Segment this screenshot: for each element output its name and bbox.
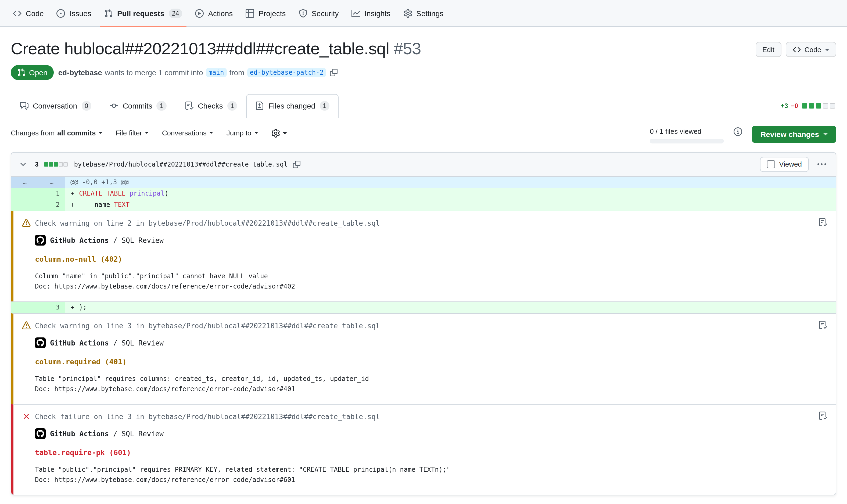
edit-button-label: Edit [762, 46, 774, 53]
nav-item-issues[interactable]: Issues [52, 0, 96, 26]
diffstat-square [816, 103, 821, 109]
head-branch-link[interactable]: ed-bytebase-patch-2 [247, 68, 326, 77]
conversations-label: Conversations [162, 129, 206, 137]
expand-diff-button[interactable]: … [38, 177, 65, 188]
nav-item-code[interactable]: Code [8, 0, 48, 26]
commit-icon [110, 102, 118, 110]
view-check-run-button[interactable] [818, 412, 827, 420]
diffstat: +3 −0 [781, 102, 836, 110]
annotation-header: Check warning on line 3 in bytebase/Prod… [22, 321, 827, 330]
tab-files-changed[interactable]: Files changed 1 [247, 94, 339, 118]
review-changes-button[interactable]: Review changes [752, 126, 836, 143]
file-options-kebab-button[interactable] [815, 158, 828, 171]
check-context: / SQL Review [113, 428, 164, 439]
annotation-header-text: Check failure on line 3 in bytebase/Prod… [35, 412, 380, 421]
check-doc-link: Doc: https://www.bytebase.com/docs/refer… [35, 475, 827, 485]
tab-label: Checks [198, 102, 223, 110]
addition-sign: + [70, 199, 79, 211]
file-diffstat-squares [44, 162, 68, 166]
tab-commits[interactable]: Commits 1 [101, 94, 176, 118]
check-app-name: GitHub Actions [50, 428, 109, 439]
addition-sign: + [70, 302, 79, 313]
annotation-header: Check warning on line 2 in bytebase/Prod… [22, 219, 827, 228]
code-text: name [79, 201, 114, 209]
info-icon [734, 127, 742, 136]
code-text: ( [164, 190, 168, 197]
check-annotation-warning-line-2: Check warning on line 2 in bytebase/Prod… [11, 211, 836, 302]
nav-label: Actions [208, 9, 233, 17]
github-mark-icon [37, 339, 44, 347]
viewed-toggle-button[interactable]: Viewed [760, 157, 809, 172]
changes-from-dropdown[interactable]: Changes from all commits [11, 129, 103, 137]
copy-file-path-button[interactable] [293, 161, 301, 168]
check-context: / SQL Review [113, 235, 164, 246]
tab-count: 1 [157, 101, 167, 111]
pr-header: Create hublocal##20221013##ddl##create_t… [11, 39, 836, 60]
annotation-header-text: Check warning on line 3 in bytebase/Prod… [35, 321, 380, 330]
code-text [126, 190, 129, 197]
play-icon [195, 9, 204, 17]
tab-count: 1 [227, 101, 237, 111]
code-keyword: TEXT [114, 201, 129, 209]
viewed-checkbox[interactable] [767, 160, 775, 168]
tab-label: Commits [123, 102, 152, 110]
file-filter-dropdown[interactable]: File filter [115, 129, 149, 137]
nav-item-actions[interactable]: Actions [191, 0, 237, 26]
conversations-dropdown[interactable]: Conversations [162, 129, 214, 137]
check-app-row: GitHub Actions / SQL Review [35, 338, 827, 349]
copy-branch-button[interactable] [330, 69, 338, 76]
file-diff-icon [255, 102, 264, 110]
expand-diff-button[interactable]: … [11, 177, 38, 188]
status-badge: Open [11, 65, 54, 80]
from-text: from [229, 68, 244, 77]
check-rule-title: table.require-pk (601) [35, 447, 827, 458]
author-link[interactable]: ed-bytebase [58, 68, 102, 77]
annotation-header: Check failure on line 3 in bytebase/Prod… [22, 412, 827, 421]
tab-count: 0 [82, 101, 91, 111]
changes-from-label: Changes from [11, 129, 55, 137]
tab-conversation[interactable]: Conversation 0 [11, 94, 101, 118]
avatar [35, 338, 46, 348]
code-entity: principal [129, 190, 164, 197]
files-viewed-info-button[interactable] [734, 126, 742, 136]
old-line-number [11, 302, 38, 313]
nav-item-insights[interactable]: Insights [347, 0, 395, 26]
chevron-down-icon [283, 132, 287, 137]
diffstat-square [802, 103, 807, 109]
tab-label: Conversation [33, 102, 77, 110]
collapse-file-button[interactable] [17, 158, 30, 171]
diffstat-square [830, 103, 835, 109]
edit-button[interactable]: Edit [755, 42, 781, 57]
additions-count: +3 [781, 102, 788, 110]
view-check-run-button[interactable] [818, 218, 827, 227]
check-app-name: GitHub Actions [50, 235, 109, 246]
check-message: Table "public"."principal" requires PRIM… [35, 465, 827, 475]
annotation-header-text: Check warning on line 2 in bytebase/Prod… [35, 219, 380, 228]
nav-item-pull-requests[interactable]: Pull requests 24 [100, 0, 187, 26]
base-branch-link[interactable]: main [206, 68, 227, 77]
view-check-run-button[interactable] [818, 321, 827, 329]
pull-request-icon [17, 68, 26, 77]
nav-item-security[interactable]: Security [294, 0, 343, 26]
comment-icon [20, 102, 29, 110]
diffstat-square [44, 162, 48, 166]
checklist-icon [818, 321, 827, 329]
file-header: 3 bytebase/Prod/hublocal##20221013##ddl#… [11, 152, 836, 177]
file-diff-card: 3 bytebase/Prod/hublocal##20221013##ddl#… [11, 152, 836, 496]
code-dropdown-button[interactable]: Code [786, 42, 836, 57]
jump-to-dropdown[interactable]: Jump to [227, 129, 258, 137]
diff-settings-dropdown[interactable] [271, 129, 287, 138]
nav-label: Projects [258, 9, 286, 17]
diff-line-code: + name TEXT [65, 199, 836, 211]
tab-checks[interactable]: Checks 1 [176, 94, 247, 118]
check-message: Table "principal" requires columns: crea… [35, 374, 827, 384]
nav-item-settings[interactable]: Settings [399, 0, 448, 26]
chevron-down-icon [823, 133, 828, 138]
diff-line-3: 3 +); [11, 302, 836, 313]
pr-number: #53 [394, 39, 421, 58]
file-path-link[interactable]: bytebase/Prod/hublocal##20221013##ddl##c… [74, 161, 288, 168]
nav-item-projects[interactable]: Projects [241, 0, 290, 26]
files-viewed-progress-bar [650, 139, 724, 143]
code-icon [793, 46, 801, 53]
new-line-number: 2 [38, 199, 65, 211]
